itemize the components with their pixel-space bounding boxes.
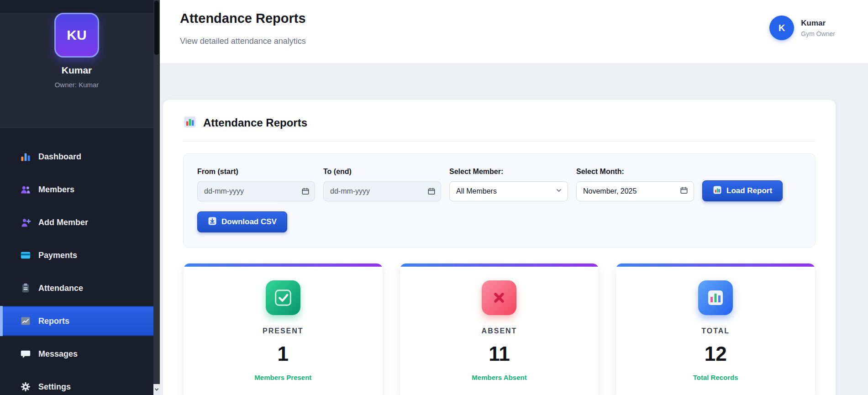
sidebar-item-label: Attendance bbox=[38, 284, 83, 293]
members-icon bbox=[20, 184, 31, 195]
sidebar-item-attendance[interactable]: Attendance bbox=[0, 273, 153, 303]
user-avatar: K bbox=[769, 16, 794, 40]
sidebar-item-label: Messages bbox=[38, 349, 78, 359]
sidebar-item-members[interactable]: Members bbox=[0, 174, 153, 205]
bar-chart-icon bbox=[183, 115, 197, 131]
to-date-field: To (end) bbox=[323, 168, 441, 201]
from-date-label: From (start) bbox=[197, 168, 315, 176]
reports-icon bbox=[20, 316, 31, 327]
profile-subtitle: Owner: Kumar bbox=[0, 81, 153, 89]
stat-label: ABSENT bbox=[400, 327, 599, 335]
sidebar-nav: Dashboard Members Add Member Payments At… bbox=[0, 128, 153, 395]
sidebar-item-add-member[interactable]: Add Member bbox=[0, 207, 153, 237]
report-chart-icon bbox=[713, 185, 722, 197]
card-title: Attendance Reports bbox=[203, 116, 307, 129]
sidebar-item-settings[interactable]: Settings bbox=[0, 372, 153, 395]
check-icon bbox=[266, 280, 300, 315]
member-select-field: Select Member: All Members bbox=[449, 168, 568, 201]
sidebar-scrollbar-thumb[interactable] bbox=[154, 1, 159, 55]
sidebar-item-label: Add Member bbox=[38, 218, 88, 227]
member-select-label: Select Member: bbox=[449, 168, 568, 176]
load-report-button[interactable]: Load Report bbox=[702, 180, 783, 201]
profile-name: Kumar bbox=[0, 65, 153, 76]
from-date-input[interactable] bbox=[197, 181, 315, 201]
payments-icon bbox=[20, 250, 31, 261]
user-chip: K Kumar Gym Owner bbox=[769, 16, 835, 40]
sidebar-profile: KU Kumar Owner: Kumar bbox=[0, 13, 153, 128]
gradient-strip bbox=[184, 263, 383, 267]
stat-caption: Total Records bbox=[616, 374, 815, 381]
scrollbar-down-button[interactable] bbox=[153, 384, 160, 395]
divider bbox=[183, 141, 815, 142]
stat-label: PRESENT bbox=[184, 327, 383, 335]
stat-card-total: TOTAL 12 Total Records bbox=[615, 263, 815, 395]
stat-label: TOTAL bbox=[616, 327, 815, 335]
x-icon bbox=[482, 280, 516, 315]
stats-row: PRESENT 1 Members Present ABSENT 11 Memb… bbox=[183, 263, 815, 395]
sidebar-item-reports[interactable]: Reports bbox=[0, 306, 153, 336]
sidebar: KU Kumar Owner: Kumar Dashboard Members … bbox=[0, 0, 153, 395]
download-csv-label: Download CSV bbox=[221, 217, 277, 226]
card-header: Attendance Reports bbox=[183, 116, 815, 130]
avatar: KU bbox=[54, 13, 99, 58]
chart-icon bbox=[698, 280, 733, 315]
download-csv-button[interactable]: Download CSV bbox=[197, 211, 287, 232]
stat-card-present: PRESENT 1 Members Present bbox=[183, 263, 383, 395]
stat-card-absent: ABSENT 11 Members Absent bbox=[400, 263, 600, 395]
sidebar-item-label: Reports bbox=[38, 316, 69, 326]
chevron-down-icon bbox=[155, 387, 158, 390]
filter-panel: From (start) To (end) bbox=[183, 153, 815, 248]
top-header: Attendance Reports View detailed attenda… bbox=[160, 0, 868, 64]
sidebar-item-label: Dashboard bbox=[38, 152, 81, 162]
month-input-value: November, 2025 bbox=[583, 187, 637, 195]
stat-value: 11 bbox=[400, 342, 599, 365]
gradient-strip bbox=[400, 263, 599, 267]
chevron-down-icon bbox=[556, 187, 562, 195]
sidebar-item-label: Payments bbox=[38, 251, 77, 260]
user-avatar-initial: K bbox=[779, 23, 785, 33]
month-input[interactable]: November, 2025 bbox=[576, 181, 694, 201]
load-report-label: Load Report bbox=[726, 186, 772, 195]
gradient-strip bbox=[616, 263, 815, 267]
member-select-value: All Members bbox=[456, 187, 497, 195]
member-select[interactable]: All Members bbox=[449, 181, 568, 201]
sidebar-item-label: Settings bbox=[38, 382, 71, 392]
messages-icon bbox=[20, 348, 31, 359]
sidebar-item-messages[interactable]: Messages bbox=[0, 339, 153, 369]
page-title: Attendance Reports bbox=[180, 11, 306, 26]
stat-value: 1 bbox=[184, 342, 383, 365]
sidebar-item-dashboard[interactable]: Dashboard bbox=[0, 142, 153, 172]
attendance-icon bbox=[20, 283, 31, 294]
stat-caption: Members Present bbox=[184, 374, 383, 381]
add-member-icon bbox=[20, 217, 31, 228]
user-role: Gym Owner bbox=[801, 30, 835, 37]
attendance-report-card: Attendance Reports From (start) bbox=[163, 100, 836, 395]
to-date-input[interactable] bbox=[323, 181, 441, 201]
page-subtitle: View detailed attendance analytics bbox=[180, 37, 306, 46]
to-date-label: To (end) bbox=[323, 168, 441, 176]
dashboard-icon bbox=[20, 151, 31, 162]
stat-caption: Members Absent bbox=[400, 374, 599, 381]
month-select-field: Select Month: November, 2025 bbox=[576, 168, 694, 201]
stat-value: 12 bbox=[616, 342, 815, 365]
month-select-label: Select Month: bbox=[576, 168, 694, 176]
sidebar-scrollbar-track[interactable] bbox=[153, 0, 160, 395]
sidebar-item-label: Members bbox=[38, 185, 74, 195]
content-area: Attendance Reports From (start) bbox=[160, 64, 868, 395]
user-name: Kumar bbox=[801, 19, 835, 28]
from-date-field: From (start) bbox=[197, 168, 315, 201]
avatar-initials: KU bbox=[67, 27, 86, 43]
download-icon bbox=[208, 216, 217, 228]
main-area: Attendance Reports View detailed attenda… bbox=[160, 0, 868, 395]
calendar-icon bbox=[680, 186, 688, 196]
sidebar-item-payments[interactable]: Payments bbox=[0, 240, 153, 270]
settings-gear-icon bbox=[20, 381, 31, 392]
